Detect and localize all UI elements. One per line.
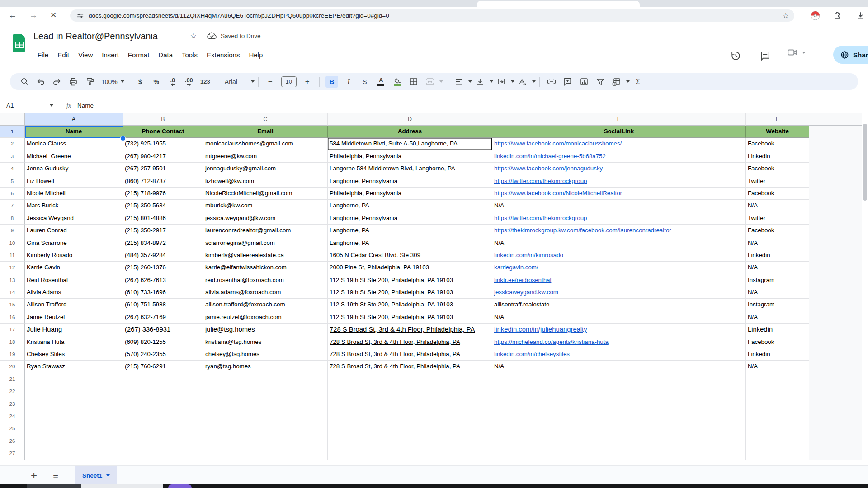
menu-item-data[interactable]: Data (155, 50, 176, 60)
row-header-24[interactable]: 24 (0, 410, 25, 422)
cell-B26[interactable] (123, 435, 203, 447)
cell-B2[interactable]: (732) 925-1955 (123, 138, 203, 150)
cell-E27[interactable] (492, 447, 746, 460)
cell-B10[interactable]: (215) 834-8972 (123, 237, 203, 249)
text-color-button[interactable]: A (375, 76, 387, 88)
cell-D23[interactable] (328, 398, 492, 410)
row-header-17[interactable]: 17 (0, 324, 25, 336)
row-header-3[interactable]: 3 (0, 150, 25, 163)
insert-comment-icon[interactable] (562, 76, 574, 88)
cell-E21[interactable] (492, 373, 746, 385)
cell-F15[interactable]: Instagram (746, 299, 809, 311)
cell-F9[interactable]: Facebook (746, 225, 809, 237)
cell-D16[interactable]: 112 S 19th St Ste 200, Philadelphia, PA … (328, 311, 492, 324)
row-header-5[interactable]: 5 (0, 175, 25, 188)
fill-handle[interactable] (120, 136, 126, 141)
decrease-decimal-button[interactable]: .0 (167, 76, 179, 88)
zoom-caret-icon[interactable] (121, 80, 124, 83)
menu-item-edit[interactable]: Edit (54, 50, 72, 60)
functions-button[interactable]: Σ (632, 76, 644, 88)
vertical-align-caret-icon[interactable] (490, 80, 493, 83)
cell-B9[interactable]: (215) 350-2917 (123, 225, 203, 237)
row-header-1[interactable]: 1 (0, 126, 25, 138)
cell-B5[interactable]: (860) 712-8737 (123, 175, 203, 188)
row-header-26[interactable]: 26 (0, 435, 25, 447)
paint-format-icon[interactable] (84, 76, 95, 88)
formula-input[interactable]: Name (77, 102, 94, 109)
cell-C27[interactable] (203, 447, 328, 460)
cell-A9[interactable]: Lauren Conrad (25, 225, 123, 237)
cell-F4[interactable]: Facebook (746, 163, 809, 175)
cell-A27[interactable] (25, 447, 123, 460)
cell-E7[interactable]: N/A (492, 200, 746, 212)
row-header-22[interactable]: 22 (0, 385, 25, 398)
cell-B25[interactable] (123, 422, 203, 435)
cell-D19[interactable]: 728 S Broad St, 3rd & 4th Floor, Philade… (328, 348, 492, 361)
cell-F12[interactable]: N/A (746, 262, 809, 274)
undo-icon[interactable] (35, 76, 47, 88)
cell-B8[interactable]: (215) 801-4886 (123, 212, 203, 225)
cell-A21[interactable] (25, 373, 123, 385)
cell-B18[interactable]: (609) 820-1255 (123, 336, 203, 348)
create-filter-icon[interactable] (594, 76, 606, 88)
cell-B12[interactable]: (215) 260-1376 (123, 262, 203, 274)
cell-D9[interactable]: Langhorne, PA (328, 225, 492, 237)
cell-F13[interactable]: Instagram (746, 274, 809, 286)
cell-D15[interactable]: 112 S 19th St Ste 200, Philadelphia, PA … (328, 299, 492, 311)
cell-E19[interactable]: linkedin.com/in/chelseystiles (492, 348, 746, 361)
cell-D25[interactable] (328, 422, 492, 435)
extensions-puzzle-icon[interactable] (833, 11, 842, 20)
share-button[interactable]: Share (833, 46, 868, 64)
cell-E11[interactable]: linkedin.com/in/kimrosado (492, 249, 746, 262)
cell-D27[interactable] (328, 447, 492, 460)
cell-C4[interactable]: jennagudusky@gmail.com (203, 163, 328, 175)
cell-B3[interactable]: (267) 980-4217 (123, 150, 203, 163)
cell-A15[interactable]: Allison Trafford (25, 299, 123, 311)
sheet-tab-caret-icon[interactable] (106, 474, 110, 477)
star-document-icon[interactable]: ☆ (190, 31, 197, 41)
cell-C26[interactable] (203, 435, 328, 447)
taskbar-app-icon[interactable] (168, 484, 192, 488)
header-cell-A1[interactable]: Name (25, 126, 123, 138)
cell-F6[interactable]: Facebook (746, 188, 809, 200)
header-cell-B1[interactable]: Phone Contact (123, 126, 203, 138)
cell-D5[interactable]: Langhorne, Pennsylvania (328, 175, 492, 188)
bookmark-star-icon[interactable]: ☆ (783, 11, 789, 20)
column-header-D[interactable]: D (328, 113, 492, 126)
vertical-scrollbar-thumb[interactable] (863, 124, 867, 201)
cell-C3[interactable]: mtgreene@kw.com (203, 150, 328, 163)
cell-E6[interactable]: https://www.facebook.com/NicoleMitchellR… (492, 188, 746, 200)
cell-A20[interactable]: Ryan Stawasz (25, 361, 123, 373)
header-cell-D1[interactable]: Address (328, 126, 492, 138)
italic-button[interactable]: I (343, 76, 354, 88)
row-header-19[interactable]: 19 (0, 348, 25, 361)
row-header-20[interactable]: 20 (0, 361, 25, 373)
row-header-14[interactable]: 14 (0, 286, 25, 299)
horizontal-align-caret-icon[interactable] (468, 80, 472, 83)
cell-F14[interactable]: N/A (746, 286, 809, 299)
cell-C17[interactable]: julie@tsg.homes (203, 324, 328, 336)
cell-F11[interactable]: Linkedin (746, 249, 809, 262)
row-header-16[interactable]: 16 (0, 311, 25, 324)
text-rotation-caret-icon[interactable] (532, 80, 536, 83)
cell-D21[interactable] (328, 373, 492, 385)
cell-F20[interactable]: N/A (746, 361, 809, 373)
cell-B23[interactable] (123, 398, 203, 410)
zoom-control[interactable]: 100% (101, 78, 118, 85)
join-call-button[interactable] (787, 47, 806, 58)
cell-D24[interactable] (328, 410, 492, 422)
cell-C14[interactable]: alivia.adams@foxroach.com (203, 286, 328, 299)
add-sheet-button[interactable]: + (26, 468, 42, 483)
text-rotation-button[interactable] (517, 76, 528, 88)
row-header-12[interactable]: 12 (0, 262, 25, 274)
cell-A6[interactable]: Nicole Mitchell (25, 188, 123, 200)
cell-B19[interactable]: (570) 240-2355 (123, 348, 203, 361)
cell-D12[interactable]: 2000 Pine St, Philadelphia, PA 19103 (328, 262, 492, 274)
downloads-icon[interactable] (856, 11, 865, 20)
cell-F25[interactable] (746, 422, 809, 435)
cell-E5[interactable]: https://twitter.com/thekimrockgroup (492, 175, 746, 188)
row-header-25[interactable]: 25 (0, 422, 25, 435)
cell-F2[interactable]: Facebook (746, 138, 809, 150)
cell-C23[interactable] (203, 398, 328, 410)
cell-D13[interactable]: 112 S 19th St Ste 200, Philadelphia, PA … (328, 274, 492, 286)
